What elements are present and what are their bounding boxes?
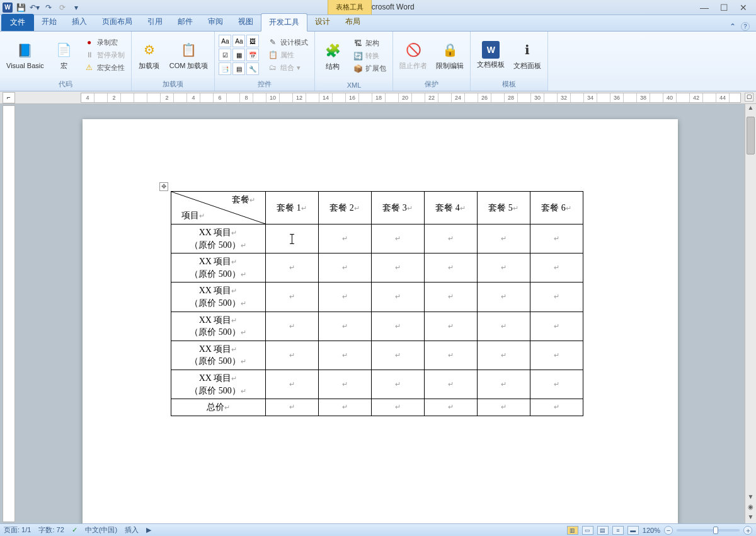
ruler-toggle-icon[interactable]: ▢	[745, 93, 753, 102]
ribbon-button-label: 限制编辑	[436, 61, 464, 71]
ribbon-button-COM 加载项[interactable]: 📋COM 加载项	[167, 38, 211, 72]
minimize-button[interactable]: —	[700, 3, 709, 13]
ribbon-button-宏[interactable]: 📄宏	[50, 38, 78, 72]
control-🖼-icon[interactable]: 🖼	[246, 35, 259, 47]
ribbon-right-controls: ⌃ ？	[730, 22, 756, 31]
设计模式-icon: ✎	[268, 37, 278, 47]
tab-视图[interactable]: 视图	[231, 13, 261, 31]
save-icon[interactable]: 💾	[15, 2, 26, 13]
ribbon-button-文档模板[interactable]: W文档模板	[474, 40, 507, 71]
control-📑-icon[interactable]: 📑	[219, 62, 231, 75]
ribbon-button-阻止作者: 🚫阻止作者	[397, 38, 430, 72]
group-label: 代码	[0, 78, 131, 91]
属性-icon: 📋	[268, 50, 278, 60]
ribbon-button-label: 结构	[326, 62, 340, 71]
ribbon-small-label: 宏安全性	[97, 63, 125, 73]
control-▤-icon[interactable]: ▤	[232, 62, 245, 75]
tab-审阅[interactable]: 审阅	[200, 13, 231, 31]
ribbon-button-架构[interactable]: 🏗架构	[350, 38, 389, 49]
ribbon-button-结构[interactable]: 🧩结构	[319, 39, 346, 73]
加载项-icon: ⚙	[139, 40, 159, 60]
control-Aa-icon[interactable]: Aa	[232, 35, 245, 47]
ribbon-button-宏安全性[interactable]: ⚠宏安全性	[82, 62, 127, 73]
ribbon-small-label: 组合 ▾	[280, 63, 300, 73]
group-label: XML	[315, 80, 392, 91]
转换-icon: 🔄	[353, 51, 363, 61]
ribbon-small-label: 设计模式	[280, 38, 308, 47]
宏-icon: 📄	[54, 40, 74, 60]
录制宏-icon: ●	[84, 37, 94, 47]
tab-邮件[interactable]: 邮件	[170, 13, 200, 31]
ribbon-group-XML: 🧩结构🏗架构🔄转换📦扩展包XML	[315, 32, 393, 91]
ribbon-tabs: 文件 开始插入页面布局引用邮件审阅视图开发工具设计布局 ⌃ ？	[0, 15, 756, 32]
文档面板-icon: ℹ	[517, 40, 537, 60]
ribbon-button-录制宏[interactable]: ●录制宏	[82, 37, 127, 48]
group-label: 加载项	[132, 78, 215, 91]
tab-布局[interactable]: 布局	[338, 13, 368, 31]
ribbon-button-文档面板[interactable]: ℹ文档面板	[511, 38, 544, 72]
undo-icon[interactable]: ↶▾	[29, 2, 40, 13]
control-🔧-icon[interactable]: 🔧	[246, 62, 259, 75]
file-tab[interactable]: 文件	[1, 14, 34, 31]
ribbon-group-控件: AaAa🖼☑▦📅📑▤🔧✎设计模式📋属性🗂组合 ▾控件	[215, 32, 315, 91]
ribbon-button-组合 ▾: 🗂组合 ▾	[265, 62, 311, 73]
tab-页面布局[interactable]: 页面布局	[94, 13, 140, 31]
qat-customize-icon[interactable]: ▾	[71, 2, 82, 13]
组合 ▾-icon: 🗂	[268, 62, 278, 73]
group-label: 控件	[215, 78, 314, 91]
ribbon-button-Visual Basic[interactable]: 📘Visual Basic	[4, 39, 47, 71]
结构-icon: 🧩	[323, 40, 343, 61]
架构-icon: 🏗	[353, 38, 363, 49]
control-▦-icon[interactable]: ▦	[232, 49, 245, 61]
ribbon-button-label: COM 加载项	[169, 61, 209, 71]
tab-引用[interactable]: 引用	[140, 13, 170, 31]
group-label: 模板	[471, 78, 547, 91]
help-icon[interactable]: ？	[741, 22, 750, 31]
ribbon-button-label: 阻止作者	[399, 61, 427, 71]
group-label: 保护	[393, 78, 470, 91]
close-button[interactable]: ✕	[740, 3, 747, 13]
ribbon-button-label: 加载项	[139, 61, 159, 71]
quick-access-toolbar: W 💾 ↶▾ ↷ ⟳ ▾	[0, 2, 82, 13]
文档模板-icon: W	[482, 41, 500, 59]
control-☑-icon[interactable]: ☑	[219, 49, 231, 61]
word-app-icon[interactable]: W	[3, 3, 13, 13]
maximize-button[interactable]: ☐	[720, 3, 728, 13]
tab-插入[interactable]: 插入	[64, 13, 94, 31]
ribbon-group-代码: 📘Visual Basic📄宏●录制宏⏸暂停录制⚠宏安全性代码	[0, 32, 132, 91]
control-📅-icon[interactable]: 📅	[246, 49, 259, 61]
ribbon-button-扩展包[interactable]: 📦扩展包	[350, 63, 389, 74]
control-Aa-icon[interactable]: Aa	[219, 35, 231, 47]
ribbon-button-限制编辑[interactable]: 🔒限制编辑	[433, 38, 466, 72]
ribbon-button-暂停录制: ⏸暂停录制	[82, 49, 127, 61]
ribbon-small-label: 暂停录制	[97, 50, 125, 60]
ribbon: 📘Visual Basic📄宏●录制宏⏸暂停录制⚠宏安全性代码⚙加载项📋COM …	[0, 32, 756, 91]
tab-开发工具[interactable]: 开发工具	[261, 13, 307, 32]
contextual-tab-label: 表格工具	[328, 0, 372, 15]
tab-selector[interactable]: ⌐	[3, 92, 15, 103]
ribbon-small-label: 录制宏	[97, 38, 118, 47]
ribbon-group-加载项: ⚙加载项📋COM 加载项加载项	[132, 32, 215, 91]
tab-开始[interactable]: 开始	[34, 13, 64, 31]
ribbon-button-属性: 📋属性	[265, 49, 311, 61]
ribbon-small-label: 转换	[365, 51, 379, 61]
redo-icon[interactable]: ↷	[43, 2, 54, 13]
扩展包-icon: 📦	[353, 64, 363, 74]
refresh-icon[interactable]: ⟳	[57, 2, 68, 13]
ribbon-button-label: 文档模板	[477, 60, 505, 69]
暂停录制-icon: ⏸	[84, 50, 94, 60]
ribbon-button-转换: 🔄转换	[350, 50, 389, 62]
宏安全性-icon: ⚠	[84, 62, 94, 73]
window-title: 示例 - Microsoft Word	[0, 2, 756, 13]
ribbon-button-加载项[interactable]: ⚙加载项	[135, 38, 163, 72]
tab-设计[interactable]: 设计	[307, 13, 338, 31]
horizontal-ruler[interactable]: 4224681012141618202224262830323436384042…	[81, 93, 741, 103]
ribbon-minimize-icon[interactable]: ⌃	[730, 22, 736, 31]
COM 加载项-icon: 📋	[179, 40, 199, 60]
ribbon-button-设计模式[interactable]: ✎设计模式	[265, 37, 311, 48]
ribbon-small-label: 属性	[280, 50, 294, 60]
Visual Basic-icon: 📘	[15, 40, 35, 61]
限制编辑-icon: 🔒	[440, 40, 460, 60]
阻止作者-icon: 🚫	[403, 40, 423, 60]
ribbon-group-保护: 🚫阻止作者🔒限制编辑保护	[393, 32, 471, 91]
